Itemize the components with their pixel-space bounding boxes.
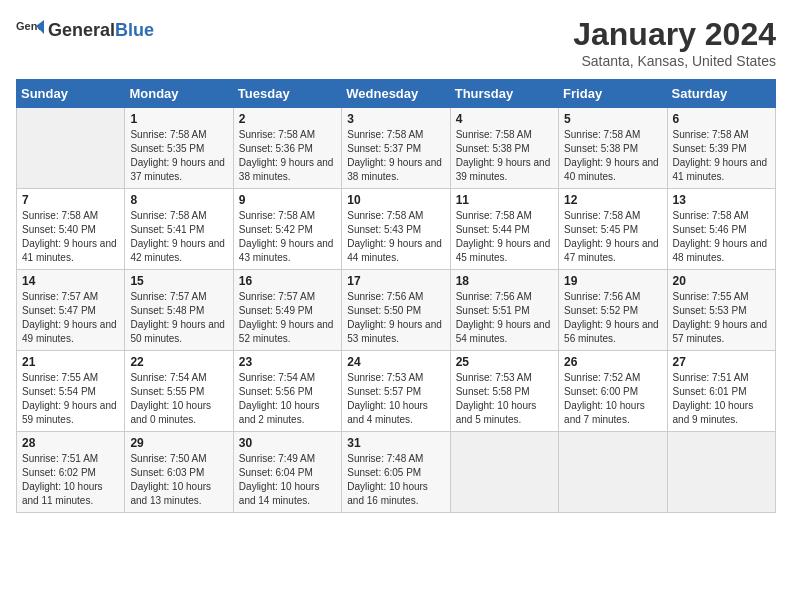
calendar-cell: 15Sunrise: 7:57 AMSunset: 5:48 PMDayligh…	[125, 270, 233, 351]
day-number: 28	[22, 436, 119, 450]
calendar-cell: 21Sunrise: 7:55 AMSunset: 5:54 PMDayligh…	[17, 351, 125, 432]
day-number: 27	[673, 355, 770, 369]
day-info: Sunrise: 7:54 AMSunset: 5:56 PMDaylight:…	[239, 371, 336, 427]
calendar-cell: 8Sunrise: 7:58 AMSunset: 5:41 PMDaylight…	[125, 189, 233, 270]
day-number: 22	[130, 355, 227, 369]
calendar-cell: 22Sunrise: 7:54 AMSunset: 5:55 PMDayligh…	[125, 351, 233, 432]
weekday-header-saturday: Saturday	[667, 80, 775, 108]
calendar-cell: 18Sunrise: 7:56 AMSunset: 5:51 PMDayligh…	[450, 270, 558, 351]
day-info: Sunrise: 7:58 AMSunset: 5:43 PMDaylight:…	[347, 209, 444, 265]
day-info: Sunrise: 7:55 AMSunset: 5:54 PMDaylight:…	[22, 371, 119, 427]
page-header: General GeneralBlue January 2024 Satanta…	[16, 16, 776, 69]
weekday-header-friday: Friday	[559, 80, 667, 108]
calendar-cell: 5Sunrise: 7:58 AMSunset: 5:38 PMDaylight…	[559, 108, 667, 189]
calendar-cell: 13Sunrise: 7:58 AMSunset: 5:46 PMDayligh…	[667, 189, 775, 270]
calendar-cell: 12Sunrise: 7:58 AMSunset: 5:45 PMDayligh…	[559, 189, 667, 270]
day-number: 24	[347, 355, 444, 369]
calendar-cell: 29Sunrise: 7:50 AMSunset: 6:03 PMDayligh…	[125, 432, 233, 513]
calendar-cell: 19Sunrise: 7:56 AMSunset: 5:52 PMDayligh…	[559, 270, 667, 351]
calendar-cell: 10Sunrise: 7:58 AMSunset: 5:43 PMDayligh…	[342, 189, 450, 270]
day-number: 23	[239, 355, 336, 369]
day-number: 2	[239, 112, 336, 126]
day-number: 6	[673, 112, 770, 126]
day-number: 1	[130, 112, 227, 126]
day-info: Sunrise: 7:54 AMSunset: 5:55 PMDaylight:…	[130, 371, 227, 427]
day-number: 17	[347, 274, 444, 288]
calendar-cell: 1Sunrise: 7:58 AMSunset: 5:35 PMDaylight…	[125, 108, 233, 189]
day-info: Sunrise: 7:58 AMSunset: 5:44 PMDaylight:…	[456, 209, 553, 265]
weekday-header-tuesday: Tuesday	[233, 80, 341, 108]
day-info: Sunrise: 7:58 AMSunset: 5:40 PMDaylight:…	[22, 209, 119, 265]
calendar-week-1: 1Sunrise: 7:58 AMSunset: 5:35 PMDaylight…	[17, 108, 776, 189]
day-number: 29	[130, 436, 227, 450]
day-number: 13	[673, 193, 770, 207]
logo-general-text: General	[48, 20, 115, 40]
day-number: 11	[456, 193, 553, 207]
day-number: 7	[22, 193, 119, 207]
calendar-cell: 2Sunrise: 7:58 AMSunset: 5:36 PMDaylight…	[233, 108, 341, 189]
weekday-header-row: SundayMondayTuesdayWednesdayThursdayFrid…	[17, 80, 776, 108]
logo: General GeneralBlue	[16, 16, 154, 44]
calendar-cell: 30Sunrise: 7:49 AMSunset: 6:04 PMDayligh…	[233, 432, 341, 513]
day-number: 18	[456, 274, 553, 288]
weekday-header-wednesday: Wednesday	[342, 80, 450, 108]
calendar-cell: 27Sunrise: 7:51 AMSunset: 6:01 PMDayligh…	[667, 351, 775, 432]
calendar-cell: 31Sunrise: 7:48 AMSunset: 6:05 PMDayligh…	[342, 432, 450, 513]
day-number: 12	[564, 193, 661, 207]
day-number: 19	[564, 274, 661, 288]
calendar-cell: 11Sunrise: 7:58 AMSunset: 5:44 PMDayligh…	[450, 189, 558, 270]
day-info: Sunrise: 7:51 AMSunset: 6:01 PMDaylight:…	[673, 371, 770, 427]
calendar-cell: 26Sunrise: 7:52 AMSunset: 6:00 PMDayligh…	[559, 351, 667, 432]
calendar-cell: 3Sunrise: 7:58 AMSunset: 5:37 PMDaylight…	[342, 108, 450, 189]
day-info: Sunrise: 7:56 AMSunset: 5:52 PMDaylight:…	[564, 290, 661, 346]
calendar-cell: 25Sunrise: 7:53 AMSunset: 5:58 PMDayligh…	[450, 351, 558, 432]
day-info: Sunrise: 7:58 AMSunset: 5:38 PMDaylight:…	[564, 128, 661, 184]
calendar-cell	[450, 432, 558, 513]
calendar-week-4: 21Sunrise: 7:55 AMSunset: 5:54 PMDayligh…	[17, 351, 776, 432]
day-info: Sunrise: 7:55 AMSunset: 5:53 PMDaylight:…	[673, 290, 770, 346]
day-number: 20	[673, 274, 770, 288]
day-info: Sunrise: 7:48 AMSunset: 6:05 PMDaylight:…	[347, 452, 444, 508]
weekday-header-sunday: Sunday	[17, 80, 125, 108]
calendar-week-3: 14Sunrise: 7:57 AMSunset: 5:47 PMDayligh…	[17, 270, 776, 351]
day-info: Sunrise: 7:53 AMSunset: 5:57 PMDaylight:…	[347, 371, 444, 427]
day-info: Sunrise: 7:57 AMSunset: 5:47 PMDaylight:…	[22, 290, 119, 346]
day-info: Sunrise: 7:58 AMSunset: 5:41 PMDaylight:…	[130, 209, 227, 265]
day-info: Sunrise: 7:58 AMSunset: 5:45 PMDaylight:…	[564, 209, 661, 265]
calendar-cell: 28Sunrise: 7:51 AMSunset: 6:02 PMDayligh…	[17, 432, 125, 513]
calendar-title: January 2024	[573, 16, 776, 53]
calendar-subtitle: Satanta, Kansas, United States	[573, 53, 776, 69]
day-info: Sunrise: 7:58 AMSunset: 5:39 PMDaylight:…	[673, 128, 770, 184]
calendar-cell: 23Sunrise: 7:54 AMSunset: 5:56 PMDayligh…	[233, 351, 341, 432]
day-info: Sunrise: 7:50 AMSunset: 6:03 PMDaylight:…	[130, 452, 227, 508]
day-info: Sunrise: 7:56 AMSunset: 5:51 PMDaylight:…	[456, 290, 553, 346]
day-number: 25	[456, 355, 553, 369]
calendar-cell: 4Sunrise: 7:58 AMSunset: 5:38 PMDaylight…	[450, 108, 558, 189]
day-number: 31	[347, 436, 444, 450]
weekday-header-thursday: Thursday	[450, 80, 558, 108]
day-number: 9	[239, 193, 336, 207]
calendar-cell: 16Sunrise: 7:57 AMSunset: 5:49 PMDayligh…	[233, 270, 341, 351]
day-number: 26	[564, 355, 661, 369]
day-info: Sunrise: 7:49 AMSunset: 6:04 PMDaylight:…	[239, 452, 336, 508]
day-info: Sunrise: 7:52 AMSunset: 6:00 PMDaylight:…	[564, 371, 661, 427]
calendar-cell: 17Sunrise: 7:56 AMSunset: 5:50 PMDayligh…	[342, 270, 450, 351]
day-number: 30	[239, 436, 336, 450]
day-info: Sunrise: 7:57 AMSunset: 5:49 PMDaylight:…	[239, 290, 336, 346]
day-number: 8	[130, 193, 227, 207]
calendar-cell	[17, 108, 125, 189]
calendar-cell: 14Sunrise: 7:57 AMSunset: 5:47 PMDayligh…	[17, 270, 125, 351]
calendar-cell	[667, 432, 775, 513]
calendar-table: SundayMondayTuesdayWednesdayThursdayFrid…	[16, 79, 776, 513]
day-number: 5	[564, 112, 661, 126]
day-number: 10	[347, 193, 444, 207]
calendar-cell: 20Sunrise: 7:55 AMSunset: 5:53 PMDayligh…	[667, 270, 775, 351]
day-number: 14	[22, 274, 119, 288]
title-area: January 2024 Satanta, Kansas, United Sta…	[573, 16, 776, 69]
day-number: 21	[22, 355, 119, 369]
logo-blue-text: Blue	[115, 20, 154, 40]
calendar-cell: 9Sunrise: 7:58 AMSunset: 5:42 PMDaylight…	[233, 189, 341, 270]
calendar-cell: 24Sunrise: 7:53 AMSunset: 5:57 PMDayligh…	[342, 351, 450, 432]
weekday-header-monday: Monday	[125, 80, 233, 108]
day-info: Sunrise: 7:58 AMSunset: 5:42 PMDaylight:…	[239, 209, 336, 265]
